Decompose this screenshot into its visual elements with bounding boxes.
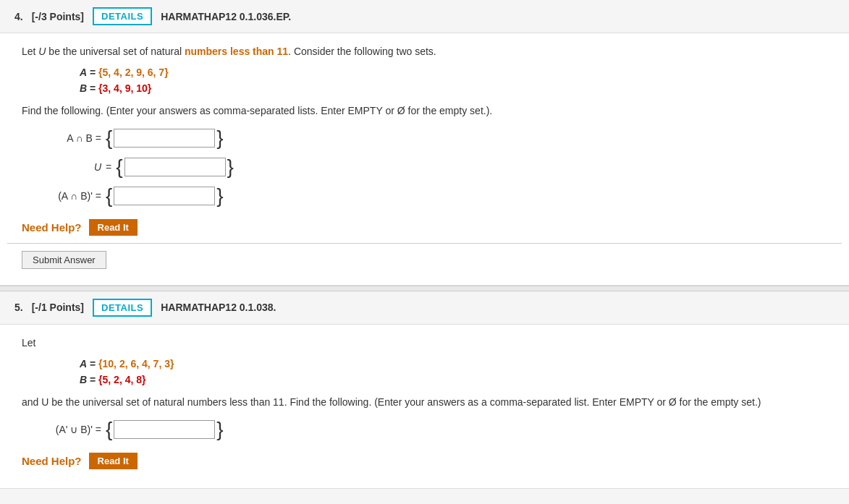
- q5-aub-brace-open: {: [106, 419, 112, 440]
- q5-problem-id: HARMATHAP12 0.1.038.: [161, 302, 276, 313]
- q4-anb-label: A ∩ B =: [22, 132, 101, 144]
- q4-problem-id: HARMATHAP12 0.1.036.EP.: [161, 11, 291, 22]
- q4-need-help-row: Need Help? Read It: [22, 219, 827, 236]
- q4-number: 4.: [14, 11, 23, 22]
- q5-set-a-values: {10, 2, 6, 4, 7, 3}: [98, 358, 174, 370]
- q4-anb-prime-label: (A ∩ B)' =: [22, 190, 101, 202]
- q5-set-b-label: B: [80, 374, 87, 385]
- q4-anb-input[interactable]: [114, 129, 215, 148]
- q4-find-text: Find the following. (Enter your answers …: [22, 103, 827, 119]
- q5-set-b-values: {5, 2, 4, 8}: [98, 374, 145, 385]
- q5-aub-label: (A' ∪ B)' =: [22, 424, 101, 435]
- q5-details-button[interactable]: DETAILS: [93, 299, 152, 317]
- q5-answer-row-aub: (A' ∪ B)' = { }: [22, 419, 827, 440]
- q5-set-b-eq: =: [90, 374, 98, 385]
- q4-need-help-label: Need Help?: [22, 221, 82, 234]
- q4-answer-row-u: U = { }: [22, 157, 827, 177]
- q5-read-it-button[interactable]: Read It: [89, 453, 138, 469]
- q4-set-a-label: A: [80, 67, 87, 78]
- q5-set-a-label: A: [80, 358, 87, 370]
- q4-intro: Let U be the universal set of natural nu…: [22, 43, 827, 59]
- q4-set-b-eq: =: [90, 82, 98, 94]
- q4-u-brace-close: }: [227, 157, 234, 177]
- question-4-block: 4. [-/3 Points] DETAILS HARMATHAP12 0.1.…: [0, 0, 849, 286]
- q5-aub-input[interactable]: [114, 420, 215, 439]
- q5-need-help-label: Need Help?: [22, 455, 82, 467]
- q4-u-var: U: [38, 46, 46, 57]
- q4-set-a-values: {5, 4, 2, 9, 6, 7}: [98, 67, 169, 78]
- q4-anb-prime-input[interactable]: [114, 187, 215, 205]
- q4-separator: [7, 243, 842, 244]
- q4-u-eq: =: [106, 161, 111, 173]
- q5-intro: Let: [22, 335, 827, 351]
- q4-set-a: A = {5, 4, 2, 9, 6, 7}: [80, 67, 827, 78]
- q4-read-it-button[interactable]: Read It: [89, 219, 138, 236]
- q5-points: [-/1 Points]: [32, 302, 84, 313]
- q4-u-input[interactable]: [124, 158, 226, 176]
- q5-set-a-eq: =: [90, 358, 98, 370]
- q4-set-b-label: B: [80, 82, 87, 94]
- q5-body: Let A = {10, 2, 6, 4, 7, 3} B = {5, 2, 4…: [14, 335, 835, 469]
- q4-details-button[interactable]: DETAILS: [93, 7, 152, 25]
- q4-anb-prime-brace-close: }: [216, 186, 223, 206]
- page-container: 4. [-/3 Points] DETAILS HARMATHAP12 0.1.…: [0, 0, 849, 489]
- q4-points: [-/3 Points]: [32, 11, 84, 22]
- q4-submit-button[interactable]: Submit Answer: [22, 251, 106, 269]
- q5-need-help-row: Need Help? Read It: [22, 453, 827, 469]
- q4-u-brace-open: {: [116, 157, 122, 177]
- q4-anb-brace-close: }: [216, 128, 223, 148]
- q4-body: Let U be the universal set of natural nu…: [14, 43, 835, 269]
- q4-submit-row: Submit Answer: [22, 251, 827, 269]
- q4-answer-row-anb: A ∩ B = { }: [22, 128, 827, 148]
- q5-aub-brace-close: }: [216, 419, 223, 440]
- q4-set-a-eq: =: [90, 67, 98, 78]
- q5-set-b: B = {5, 2, 4, 8}: [80, 374, 827, 385]
- q4-highlight-numbers: numbers less than 11: [185, 46, 288, 57]
- question-5-block: 5. [-/1 Points] DETAILS HARMATHAP12 0.1.…: [0, 291, 849, 489]
- q4-answer-row-anb-prime: (A ∩ B)' = { }: [22, 186, 827, 206]
- q4-set-b: B = {3, 4, 9, 10}: [80, 82, 827, 94]
- q5-find-text: and U be the universal set of natural nu…: [22, 394, 827, 410]
- section-divider: [0, 286, 849, 291]
- q4-u-label: U: [22, 161, 101, 173]
- question-5-header: 5. [-/1 Points] DETAILS HARMATHAP12 0.1.…: [0, 291, 849, 325]
- q4-anb-brace-open: {: [106, 128, 112, 148]
- q4-anb-prime-brace-open: {: [106, 186, 112, 206]
- q4-set-b-values: {3, 4, 9, 10}: [98, 82, 151, 94]
- question-4-header: 4. [-/3 Points] DETAILS HARMATHAP12 0.1.…: [0, 0, 849, 33]
- q5-number: 5.: [14, 302, 23, 313]
- q5-set-a: A = {10, 2, 6, 4, 7, 3}: [80, 358, 827, 370]
